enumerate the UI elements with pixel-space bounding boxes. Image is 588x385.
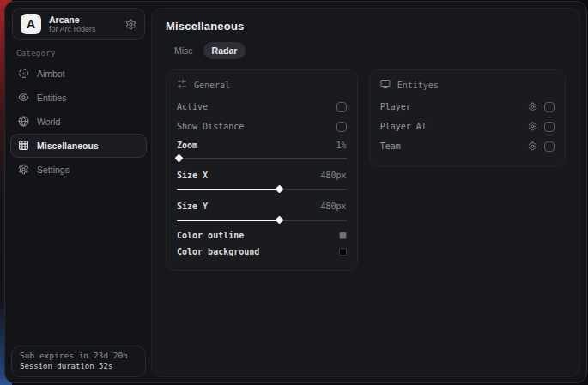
toggle-row-active: Active [177, 97, 347, 117]
sidebar-item-aimbot[interactable]: Aimbot [10, 62, 147, 86]
team-gear-icon[interactable] [528, 141, 537, 151]
slider-value: 1% [336, 141, 347, 150]
player-ai-gear-icon[interactable] [528, 122, 537, 131]
show-distance-checkbox[interactable] [336, 122, 347, 132]
slider-row-size-y: Size Y 480px [177, 196, 347, 215]
monitor-icon [380, 79, 391, 91]
session-duration-text: Session duration 52s [20, 362, 137, 370]
sub-expiry-text: Sub expires in 23d 20h [20, 351, 137, 360]
sidebar-item-label: Aimbot [37, 69, 65, 79]
slider-row-zoom: Zoom 1% [177, 136, 347, 153]
slider-value: 480px [321, 171, 347, 180]
sidebar: A Arcane for Arc Riders Category Aimbot [5, 2, 151, 382]
tab-bar: Misc Radar [166, 42, 566, 59]
entity-row-player-ai: Player AI [380, 117, 555, 136]
sidebar-item-world[interactable]: World [10, 110, 147, 134]
color-outline-swatch[interactable] [339, 232, 347, 239]
color-background-swatch[interactable] [339, 248, 347, 256]
player-gear-icon[interactable] [528, 102, 537, 111]
sidebar-item-label: World [37, 117, 60, 127]
sidebar-item-label: Miscellaneous [37, 141, 99, 151]
general-card-header: General [177, 79, 347, 91]
main-panel: Miscellaneous Misc Radar General Active [151, 8, 580, 377]
slider-thumb[interactable] [175, 154, 184, 163]
player-checkbox[interactable] [544, 102, 555, 112]
general-card-title: General [194, 81, 230, 90]
grid-icon [18, 140, 29, 153]
toggle-label: Active [177, 102, 208, 111]
sidebar-nav: Aimbot Entities World Miscellaneous [10, 62, 147, 182]
sidebar-item-label: Entities [37, 93, 66, 103]
slider-thumb[interactable] [275, 185, 283, 194]
team-checkbox[interactable] [544, 141, 555, 152]
size-y-slider[interactable] [177, 217, 347, 224]
subscription-info: Sub expires in 23d 20h Session duration … [11, 346, 146, 377]
toggle-label: Show Distance [177, 122, 244, 131]
slider-fill [177, 220, 279, 221]
active-checkbox[interactable] [336, 102, 347, 112]
slider-label: Size Y [177, 202, 208, 211]
slider-label: Size X [177, 171, 208, 180]
app-logo: A [21, 14, 41, 34]
crosshair-icon [18, 68, 29, 81]
gear-icon [18, 164, 29, 177]
app-names: Arcane for Arc Riders [49, 15, 118, 33]
app-settings-gear-icon[interactable] [125, 19, 136, 30]
sidebar-item-entities[interactable]: Entities [10, 86, 147, 110]
color-label: Color outline [177, 231, 244, 240]
entity-label: Team [380, 141, 401, 151]
entities-card: Entityes Player Player AI [369, 69, 566, 167]
color-row-outline: Color outline [177, 227, 347, 244]
general-card: General Active Show Distance Zoom 1% [166, 69, 358, 271]
sliders-icon [177, 79, 187, 91]
entity-row-team: Team [380, 136, 555, 156]
size-x-slider[interactable] [177, 186, 347, 193]
player-ai-checkbox[interactable] [544, 122, 555, 132]
zoom-slider[interactable] [177, 155, 347, 162]
cards-row: General Active Show Distance Zoom 1% [166, 69, 566, 271]
app-header: A Arcane for Arc Riders [12, 8, 145, 40]
entities-card-title: Entityes [397, 81, 439, 90]
entities-card-header: Entityes [380, 79, 555, 91]
slider-label: Zoom [177, 141, 197, 150]
slider-value: 480px [321, 202, 347, 211]
sidebar-item-miscellaneous[interactable]: Miscellaneous [10, 134, 147, 158]
arcane-window: A Arcane for Arc Riders Category Aimbot [4, 1, 587, 383]
slider-row-size-x: Size X 480px [177, 165, 347, 184]
globe-icon [18, 116, 29, 129]
entity-row-player: Player [380, 97, 555, 117]
tab-misc[interactable]: Misc [166, 42, 202, 59]
page-title: Miscellaneous [166, 20, 566, 33]
sidebar-item-label: Settings [37, 165, 70, 175]
slider-thumb[interactable] [275, 216, 283, 225]
eye-icon [18, 92, 29, 105]
app-title: Arcane [49, 15, 118, 25]
toggle-row-show-distance: Show Distance [177, 117, 347, 136]
slider-track [177, 158, 347, 159]
category-label: Category [16, 49, 56, 57]
sidebar-item-settings[interactable]: Settings [10, 158, 147, 182]
color-label: Color background [177, 247, 259, 256]
entity-label: Player [380, 102, 411, 111]
entity-label: Player AI [380, 122, 427, 131]
app-subtitle: for Arc Riders [49, 25, 118, 33]
tab-radar[interactable]: Radar [203, 42, 246, 59]
color-row-background: Color background [177, 244, 347, 260]
slider-fill [177, 189, 279, 190]
